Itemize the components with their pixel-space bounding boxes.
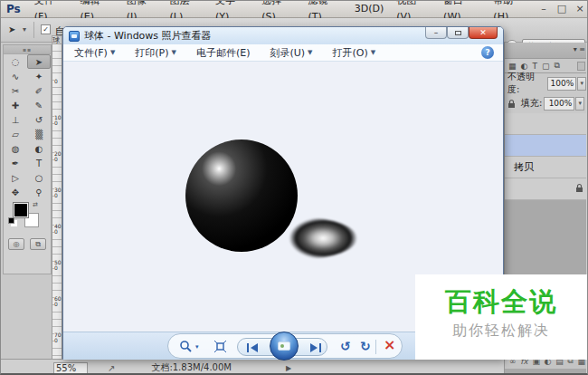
ps-close-button[interactable]: × [571, 1, 588, 17]
ps-toolbox: ▪▪ ◌ ➤ ∿ ✦ ✂ ✐ ✚ ✎ ⊥ ↺ ▱ ▒ ◍ ◐ ✒ T ▷ ○ ✥… [3, 44, 52, 274]
history-brush-tool[interactable]: ↺ [27, 112, 51, 127]
default-colors-icon[interactable] [8, 217, 14, 224]
dodge-tool[interactable]: ◐ [27, 141, 51, 156]
ellipse-shape-tool[interactable]: ○ [27, 170, 51, 185]
screen-mode-button[interactable]: ⧉ [30, 238, 46, 250]
opacity-caret-icon[interactable]: ▾ [577, 77, 586, 91]
color-swatch-area: ⇄ [4, 199, 51, 236]
zoom-caret-icon[interactable]: ▾ [195, 343, 199, 351]
toolbox-footer: ◎ ⧉ [4, 238, 51, 250]
move-tool[interactable]: ➤ [27, 54, 51, 69]
zoom-level-field[interactable]: 55% [53, 362, 88, 374]
ps-maximize-button[interactable]: □ [553, 1, 571, 17]
filter-adjustment-icon[interactable]: ◐ [521, 62, 528, 71]
status-launch-icon[interactable]: ↗ [108, 363, 115, 373]
document-tab[interactable]: 球 [52, 35, 62, 44]
actual-size-icon[interactable] [213, 340, 227, 353]
panel-menu-icon[interactable]: ▾ ≡ [574, 45, 585, 53]
ruler-mark: 200 [54, 151, 62, 162]
help-icon[interactable]: ? [481, 46, 494, 59]
hand-tool[interactable]: ✥ [4, 185, 27, 199]
filter-smart-object-icon[interactable]: ⧉ [554, 61, 559, 71]
type-tool[interactable]: T [27, 156, 51, 170]
opacity-row: 不透明度: 100% ▾ [505, 73, 588, 93]
fill-caret-icon[interactable]: ▾ [575, 97, 584, 111]
viewer-close-button[interactable]: ✕ [469, 27, 498, 39]
maximize-icon [455, 31, 461, 35]
slideshow-icon [278, 341, 290, 351]
toolbox-grip[interactable]: ▪▪ [4, 45, 51, 54]
photoshop-window: Ps 文件(F) 编辑(E) 图像(I) 图层(L) 文字(Y) 选择(S) 滤… [0, 0, 588, 375]
rotate-cw-icon[interactable]: ↻ [360, 334, 371, 358]
layer-row-selected[interactable] [505, 135, 588, 157]
fill-row: 填充: 100% ▾ [505, 93, 588, 113]
previous-icon[interactable] [246, 342, 261, 353]
path-selection-tool[interactable]: ▷ [4, 170, 27, 185]
layer-row-copy[interactable]: 拷贝 [505, 157, 588, 178]
menu-label: 打印(P) [135, 46, 168, 60]
move-tool-icon[interactable]: ➤ [8, 24, 15, 34]
ruler-mark: 500 [54, 260, 62, 271]
fill-label: 填充: [521, 97, 542, 110]
rotate-ccw-icon[interactable]: ↺ [340, 334, 351, 358]
viewer-menu-open[interactable]: 打开(O) ▼ [333, 46, 376, 60]
slideshow-button[interactable] [270, 332, 299, 361]
viewer-menu-email[interactable]: 电子邮件(E) [196, 46, 251, 60]
vertical-ruler: 0 100 200 300 400 500 600 700 [52, 44, 62, 359]
quick-selection-tool[interactable]: ✦ [27, 69, 51, 83]
crop-tool[interactable]: ✂ [4, 83, 27, 98]
ps-window-controls: – □ × [535, 1, 588, 17]
tool-preset-caret-icon[interactable]: ▾ [23, 25, 26, 34]
ps-status-bar: 55% ↗ 文档:1.83M/4.00M ▶ [1, 359, 504, 375]
filter-type-icon[interactable]: T [532, 62, 537, 71]
filter-shape-icon[interactable]: ▢ [542, 62, 550, 71]
viewer-minimize-button[interactable]: – [425, 27, 447, 39]
panel-header: ▾ ≡ [505, 43, 588, 59]
foreground-color-swatch[interactable] [14, 203, 28, 217]
document-size-info: 文档:1.83M/4.00M [151, 361, 232, 374]
menu-3d[interactable]: 3D(D) [348, 1, 391, 17]
swap-colors-icon[interactable]: ⇄ [33, 201, 38, 208]
fill-value-field[interactable]: 100% [544, 97, 574, 111]
filter-pixel-icon[interactable]: ▦ [508, 62, 517, 71]
viewer-menu-print[interactable]: 打印(P) ▼ [135, 46, 176, 60]
watermark-subtitle: 助你轻松解决 [415, 322, 587, 341]
viewer-menu-file[interactable]: 文件(F) ▼ [74, 46, 115, 60]
spot-healing-brush-tool[interactable]: ✚ [4, 98, 27, 112]
viewer-maximize-button[interactable] [447, 27, 469, 39]
elliptical-marquee-tool[interactable]: ◌ [4, 54, 27, 69]
next-icon[interactable] [308, 342, 322, 353]
auto-select-checkbox[interactable]: ✓ [41, 24, 51, 34]
viewer-menu-burn[interactable]: 刻录(U) ▼ [270, 46, 312, 60]
layer-list: 拷贝 [505, 113, 588, 200]
blur-tool[interactable]: ◍ [4, 141, 27, 156]
filter-toggle-button[interactable] [577, 62, 585, 71]
quick-mask-button[interactable]: ◎ [8, 238, 24, 250]
caret-down-icon: ▼ [371, 49, 375, 56]
layer-row[interactable] [505, 113, 588, 135]
eraser-tool[interactable]: ▱ [4, 127, 27, 141]
eyedropper-tool[interactable]: ✐ [27, 83, 51, 98]
delete-icon[interactable]: × [384, 336, 395, 353]
pen-tool[interactable]: ✒ [4, 156, 27, 170]
viewer-toolbar-pill: ▾ ↺ ↻ × [167, 333, 403, 359]
ps-menubar: Ps 文件(F) 编辑(E) 图像(I) 图层(L) 文字(Y) 选择(S) 滤… [1, 1, 588, 18]
zoom-icon[interactable] [179, 340, 193, 353]
caret-down-icon: ▼ [308, 49, 312, 56]
gradient-tool[interactable]: ▒ [27, 127, 51, 141]
clone-stamp-tool[interactable]: ⊥ [4, 112, 27, 127]
ps-logo: Ps [1, 3, 28, 15]
ps-minimize-button[interactable]: – [535, 1, 553, 17]
layer-row-background[interactable] [505, 178, 588, 200]
zoom-tool[interactable]: ⚲ [27, 185, 51, 199]
ruler-mark: 100 [54, 115, 62, 126]
status-expand-icon[interactable]: ▶ [286, 364, 291, 372]
options-separator [33, 22, 34, 38]
viewer-app-icon [69, 31, 80, 42]
lasso-tool[interactable]: ∿ [4, 69, 27, 83]
opacity-value-field[interactable]: 100% [547, 77, 577, 91]
brush-tool[interactable]: ✎ [27, 98, 51, 112]
background-lock-icon [575, 183, 583, 196]
viewer-titlebar[interactable]: 球体 - Windows 照片查看器 – ✕ [63, 27, 503, 44]
watermark-title: 百科全说 [415, 286, 587, 317]
